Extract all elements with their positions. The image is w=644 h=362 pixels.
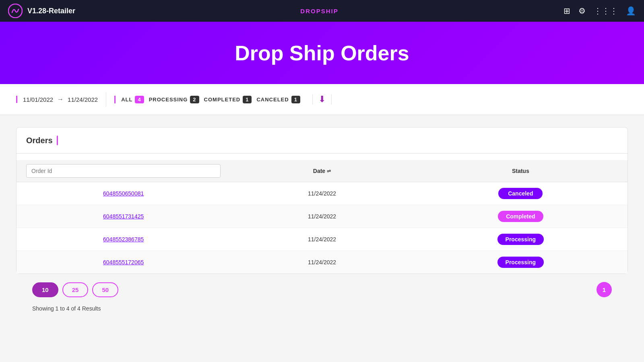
filter-completed-badge: 1 — [243, 96, 252, 103]
order-status-cell: Processing — [423, 234, 618, 245]
logo-icon — [8, 4, 23, 18]
page-header: Drop Ship Orders — [0, 22, 644, 84]
main-content: Orders Date ⇌ Status 6048550650081 11/24… — [0, 115, 644, 328]
table-container: Date ⇌ Status 6048550650081 11/24/2022 C… — [17, 154, 627, 274]
order-id-link[interactable]: 6048552386785 — [26, 236, 221, 243]
table-row: 6048555172065 11/24/2022 Processing — [17, 251, 627, 274]
date-column-header: Date ⇌ — [225, 164, 419, 178]
nav-left: V1.28-Retailer — [8, 4, 75, 18]
order-date: 11/24/2022 — [225, 236, 419, 243]
order-id-link[interactable]: 6048551731425 — [26, 213, 221, 220]
settings-icon[interactable]: ⚙ — [578, 6, 586, 16]
filter-processing-label: PROCESSING — [149, 97, 188, 103]
page-numbers: 1 — [597, 282, 612, 297]
date-range: 11/01/2022 → 11/24/2022 — [16, 96, 98, 103]
table-row: 6048552386785 11/24/2022 Processing — [17, 228, 627, 251]
filter-completed-button[interactable]: COMPLETED 1 — [204, 96, 252, 103]
filter-all-label: ALL — [121, 97, 132, 103]
filter-canceled-badge: 1 — [291, 96, 300, 103]
filter-buttons: ALL 4 PROCESSING 2 COMPLETED 1 CANCELED … — [114, 96, 300, 103]
date-to: 11/24/2022 — [68, 96, 98, 103]
order-status-cell: Processing — [423, 257, 618, 268]
page-size-50-button[interactable]: 50 — [92, 282, 118, 297]
order-date: 11/24/2022 — [225, 259, 419, 265]
status-badge: Canceled — [498, 188, 543, 199]
filter-completed-label: COMPLETED — [204, 97, 241, 103]
filter-bar: 11/01/2022 → 11/24/2022 ALL 4 PROCESSING… — [0, 84, 644, 115]
order-status-cell: Canceled — [423, 188, 618, 199]
page-size-10-button[interactable]: 10 — [32, 282, 58, 297]
table-body: 6048550650081 11/24/2022 Canceled 604855… — [17, 182, 627, 274]
filter-processing-button[interactable]: PROCESSING 2 — [149, 96, 199, 103]
app-title: V1.28-Retailer — [27, 7, 75, 15]
user-icon[interactable]: 👤 — [626, 6, 636, 16]
pagination-area: 10 25 50 1 — [16, 274, 628, 305]
order-status-cell: Completed — [423, 211, 618, 222]
status-badge: Completed — [498, 211, 543, 222]
status-column-header: Status — [423, 164, 618, 178]
order-date: 11/24/2022 — [225, 190, 419, 197]
table-icon[interactable]: ⊞ — [564, 6, 570, 16]
download-icon[interactable]: ⬇ — [318, 94, 326, 104]
order-id-search-input[interactable] — [26, 164, 221, 178]
table-header-row: Date ⇌ Status — [17, 160, 627, 182]
top-navbar: V1.28-Retailer DROPSHIP ⊞ ⚙ ⋮⋮⋮ 👤 — [0, 0, 644, 22]
filter-canceled-button[interactable]: CANCELED 1 — [256, 96, 300, 103]
order-id-link[interactable]: 6048550650081 — [26, 190, 221, 197]
page-size-buttons: 10 25 50 — [32, 282, 118, 297]
filter-canceled-label: CANCELED — [256, 97, 289, 103]
filter-all-button[interactable]: ALL 4 — [121, 96, 144, 103]
sort-icon: ⇌ — [327, 168, 331, 174]
status-badge: Processing — [497, 257, 544, 268]
filter-all-badge: 4 — [135, 96, 144, 103]
order-date: 11/24/2022 — [225, 213, 419, 220]
table-row: 6048551731425 11/24/2022 Completed — [17, 205, 627, 228]
nav-right: ⊞ ⚙ ⋮⋮⋮ 👤 — [564, 6, 636, 16]
status-badge: Processing — [497, 234, 544, 245]
table-row: 6048550650081 11/24/2022 Canceled — [17, 182, 627, 205]
showing-text: Showing 1 to 4 of 4 Results — [16, 305, 628, 316]
page-title: Drop Ship Orders — [235, 41, 409, 65]
filter-divider-1 — [106, 92, 106, 107]
orders-card: Orders Date ⇌ Status 6048550650081 11/24… — [16, 127, 628, 274]
orders-title-bar — [57, 136, 58, 145]
orders-title: Orders — [26, 136, 53, 145]
page-1-button[interactable]: 1 — [597, 282, 612, 297]
date-from: 11/01/2022 — [23, 96, 53, 103]
order-id-link[interactable]: 6048555172065 — [26, 259, 221, 265]
order-id-search-cell[interactable] — [26, 164, 221, 178]
page-size-25-button[interactable]: 25 — [62, 282, 89, 297]
filter-processing-badge: 2 — [190, 96, 199, 103]
grid-icon[interactable]: ⋮⋮⋮ — [594, 6, 618, 16]
arrow-icon: → — [57, 96, 64, 103]
nav-center-label: DROPSHIP — [300, 8, 338, 14]
orders-header: Orders — [17, 128, 627, 154]
download-area: ⬇ — [312, 94, 332, 105]
